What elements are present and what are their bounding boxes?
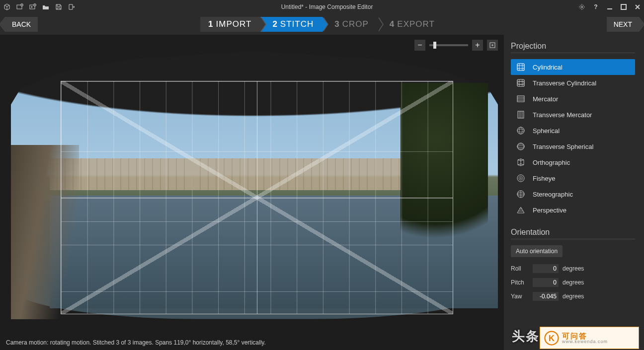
svg-rect-6 <box>607 8 612 9</box>
zoom-in-button[interactable]: + <box>472 40 483 51</box>
step-export[interactable]: 4EXPORT <box>378 17 444 32</box>
projection-mercator[interactable]: Mercator <box>511 91 635 107</box>
status-text: Camera motion: rotating motion. Stitched… <box>6 339 266 346</box>
next-button[interactable]: NEXT <box>607 17 639 32</box>
watermark-badge: K 可问答 www.kewenda.com <box>540 327 639 349</box>
projection-transverse-spherical[interactable]: Transverse Spherical <box>511 139 635 154</box>
yaw-input[interactable] <box>533 292 559 301</box>
svg-point-20 <box>517 175 524 182</box>
settings-icon[interactable] <box>578 3 585 10</box>
title-bar: Untitled* - Image Composite Editor ? <box>0 0 644 14</box>
help-icon[interactable]: ? <box>592 3 599 10</box>
zoom-thumb[interactable] <box>433 42 436 49</box>
stereographic-icon <box>516 189 526 199</box>
watermark-logo-icon: K <box>544 331 559 346</box>
watermark-url: www.kewenda.com <box>562 340 608 344</box>
step-stitch[interactable]: 2STITCH <box>260 17 322 32</box>
panorama-image <box>11 51 498 319</box>
zoom-toolbar: − + <box>414 40 498 51</box>
window-title: Untitled* - Image Composite Editor <box>76 3 578 10</box>
projection-label: Cylindrical <box>533 64 563 71</box>
projection-stereographic[interactable]: Stereographic <box>511 186 635 202</box>
svg-rect-10 <box>517 79 524 86</box>
svg-point-21 <box>519 176 523 180</box>
projection-spherical[interactable]: Spherical <box>511 123 635 139</box>
orthographic-icon <box>516 157 526 167</box>
svg-point-15 <box>517 129 524 132</box>
projection-label: Perspective <box>533 207 566 214</box>
transverse-spherical-icon <box>516 141 526 151</box>
export-icon[interactable] <box>68 3 76 11</box>
projection-label: Stereographic <box>533 191 573 198</box>
projection-grid[interactable] <box>61 81 453 314</box>
pitch-input[interactable] <box>533 278 559 287</box>
close-icon[interactable] <box>634 3 641 10</box>
projection-cylindrical[interactable]: Cylindrical <box>511 59 635 75</box>
svg-rect-9 <box>517 64 524 70</box>
svg-point-11 <box>517 81 524 84</box>
main-body: − + <box>0 35 644 350</box>
zoom-out-button[interactable]: − <box>414 40 425 51</box>
canvas-area: − + <box>0 35 504 350</box>
roll-input[interactable] <box>533 264 559 273</box>
svg-text:K: K <box>549 334 555 343</box>
projection-label: Transverse Mercator <box>533 111 592 119</box>
roll-label: Roll <box>511 265 529 272</box>
yaw-row: Yaw degrees <box>511 291 635 302</box>
svg-point-18 <box>517 145 524 147</box>
projection-title: Projection <box>511 42 635 53</box>
roll-row: Roll degrees <box>511 263 635 274</box>
spherical-icon <box>516 126 526 136</box>
step-crop[interactable]: 3CROP <box>322 17 378 32</box>
projection-label: Fisheye <box>533 175 556 182</box>
watermark-brand: 可问答 <box>562 332 608 340</box>
projection-list: Cylindrical Transverse Cylindrical Merca… <box>511 59 635 218</box>
projection-label: Mercator <box>533 95 558 103</box>
minimize-icon[interactable] <box>606 3 613 10</box>
maximize-icon[interactable] <box>620 3 627 10</box>
projection-label: Transverse Spherical <box>533 143 593 150</box>
app-window: Untitled* - Image Composite Editor ? BAC… <box>0 0 644 350</box>
title-bar-right: ? <box>578 3 641 10</box>
svg-point-16 <box>519 127 522 134</box>
cube-icon[interactable] <box>3 3 11 11</box>
step-import[interactable]: 1IMPORT <box>200 17 260 32</box>
perspective-icon <box>516 205 526 215</box>
mercator-icon <box>516 94 526 104</box>
new-from-video-icon[interactable] <box>29 3 37 11</box>
steps: 1IMPORT 2STITCH 3CROP 4EXPORT <box>200 17 444 32</box>
open-icon[interactable] <box>42 3 50 11</box>
pitch-unit: degrees <box>563 279 635 286</box>
svg-point-14 <box>517 127 524 134</box>
status-bar: Camera motion: rotating motion. Stitched… <box>0 335 504 350</box>
side-panel: Projection Cylindrical Transverse Cylind… <box>504 35 644 350</box>
orientation-title: Orientation <box>511 228 635 239</box>
pitch-row: Pitch degrees <box>511 277 635 288</box>
projection-label: Spherical <box>533 127 560 135</box>
projection-transverse-cylindrical[interactable]: Transverse Cylindrical <box>511 75 635 91</box>
svg-point-4 <box>581 6 583 8</box>
save-icon[interactable] <box>55 3 63 11</box>
transverse-cylindrical-icon <box>516 78 526 88</box>
auto-orientation-button[interactable]: Auto orientation <box>511 245 563 257</box>
svg-point-19 <box>517 144 524 149</box>
projection-orthographic[interactable]: Orthographic <box>511 154 635 170</box>
svg-rect-7 <box>621 4 626 9</box>
pitch-label: Pitch <box>511 279 529 286</box>
projection-fisheye[interactable]: Fisheye <box>511 170 635 186</box>
zoom-fit-button[interactable] <box>487 40 498 51</box>
cylindrical-icon <box>516 62 526 72</box>
svg-text:?: ? <box>594 3 597 10</box>
toolbar-left <box>3 3 76 11</box>
preview-viewport[interactable] <box>9 40 500 330</box>
projection-transverse-mercator[interactable]: Transverse Mercator <box>511 107 635 123</box>
roll-unit: degrees <box>563 265 635 272</box>
fisheye-icon <box>516 173 526 183</box>
step-bar: BACK 1IMPORT 2STITCH 3CROP 4EXPORT NEXT <box>0 14 644 35</box>
projection-label: Orthographic <box>533 159 570 166</box>
back-button[interactable]: BACK <box>5 17 38 32</box>
projection-perspective[interactable]: Perspective <box>511 202 635 218</box>
yaw-unit: degrees <box>563 293 635 300</box>
zoom-slider[interactable] <box>429 44 468 46</box>
new-pano-icon[interactable] <box>16 3 24 11</box>
